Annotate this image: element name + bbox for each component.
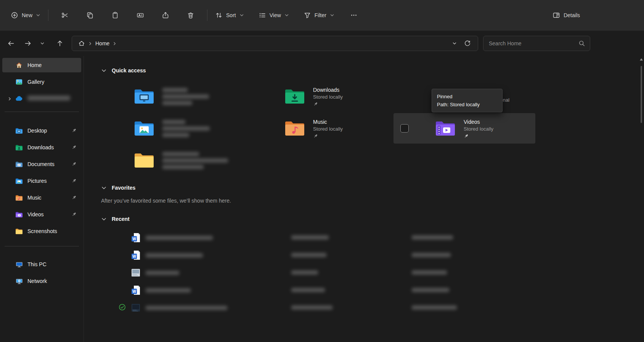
sidebar-item-pictures[interactable]: Pictures	[2, 174, 81, 188]
home-house-icon	[15, 62, 23, 69]
filter-button[interactable]: Filter	[299, 8, 339, 22]
sidebar-item-downloads[interactable]: Downloads	[2, 140, 81, 155]
sort-arrows-icon	[215, 11, 223, 19]
share-button[interactable]	[157, 7, 173, 23]
chevron-right-icon	[112, 42, 117, 46]
back-button[interactable]	[4, 37, 18, 50]
chevron-down-icon	[36, 13, 40, 18]
delete-button[interactable]	[183, 7, 199, 23]
chevron-down-icon	[330, 13, 334, 18]
navigation-bar: Home	[0, 31, 644, 56]
chevron-right-icon	[87, 42, 93, 46]
quick-access-tile[interactable]	[92, 81, 234, 112]
breadcrumb-label: Home	[95, 40, 109, 46]
sidebar-item-videos[interactable]: Videos	[2, 207, 81, 222]
quick-access-header[interactable]: Quick access	[101, 66, 644, 75]
tooltip-line1: Pinned	[437, 93, 497, 101]
blurred-item-text	[162, 119, 210, 138]
pushpin-icon	[71, 195, 77, 200]
pushpin-icon	[313, 134, 343, 139]
sidebar-item-label: Pictures	[27, 178, 47, 184]
sidebar-item-network[interactable]: Network	[2, 274, 81, 288]
quick-access-tile-music[interactable]: Music Stored locally	[243, 113, 385, 144]
quick-access-tile-downloads[interactable]: Downloads Stored locally	[243, 81, 385, 112]
plus-circle-icon	[11, 11, 18, 19]
documents-folder-icon	[15, 161, 23, 168]
search-input[interactable]	[488, 40, 578, 47]
favorites-header[interactable]: Favorites	[101, 183, 644, 192]
quick-access-tile[interactable]	[92, 145, 234, 176]
sidebar-item-this-pc[interactable]: This PC	[2, 257, 81, 272]
address-dropdown-button[interactable]	[448, 37, 461, 50]
item-checkbox[interactable]	[400, 124, 409, 133]
image-thumbnail-icon	[131, 268, 140, 278]
rename-button[interactable]	[132, 7, 148, 23]
quick-access-tile-videos[interactable]: Videos Stored locally	[393, 113, 535, 144]
new-button[interactable]: New	[6, 8, 45, 22]
recent-file-row[interactable]	[131, 264, 644, 281]
gallery-icon	[15, 78, 23, 85]
see-more-button[interactable]	[346, 7, 362, 23]
forward-button[interactable]	[21, 37, 35, 50]
scroll-up-arrow[interactable]	[640, 58, 643, 61]
up-button[interactable]	[53, 37, 67, 50]
refresh-button[interactable]	[461, 37, 474, 50]
sidebar-item-label: Network	[27, 278, 47, 284]
sidebar-item-label-blurred	[27, 96, 70, 102]
videos-folder-icon	[15, 211, 23, 218]
sidebar-item-onedrive[interactable]	[2, 91, 81, 106]
search-box[interactable]	[483, 36, 590, 51]
toolbar-separator	[207, 10, 207, 21]
refresh-icon	[464, 40, 471, 47]
folder-icon	[15, 228, 23, 235]
sidebar-item-desktop[interactable]: Desktop	[2, 123, 81, 138]
copy-icon	[86, 11, 94, 19]
quick-access-tile[interactable]	[92, 113, 234, 144]
details-button[interactable]: Details	[548, 8, 585, 22]
section-title: Favorites	[112, 185, 135, 191]
recent-file-row[interactable]: W	[131, 229, 644, 246]
sidebar-item-label: Screenshots	[27, 228, 57, 234]
sidebar-item-music[interactable]: Music	[2, 190, 81, 205]
pictures-folder-icon	[15, 177, 23, 184]
sidebar-item-label: Music	[27, 195, 42, 201]
side-panel-icon	[552, 11, 560, 19]
copy-button[interactable]	[82, 7, 98, 23]
pushpin-icon	[313, 102, 343, 107]
sort-button[interactable]: Sort	[210, 8, 249, 22]
vertical-scrollbar[interactable]	[640, 58, 643, 342]
search-icon[interactable]	[578, 40, 585, 47]
trash-icon	[187, 11, 194, 19]
sidebar-item-screenshots[interactable]: Screenshots	[2, 224, 81, 238]
recent-files-list: W W	[131, 229, 644, 316]
folder-icon	[133, 152, 155, 169]
breadcrumb-home[interactable]: Home	[76, 38, 120, 48]
view-button[interactable]: View	[254, 8, 294, 22]
funnel-icon	[304, 11, 311, 19]
scrollbar-thumb[interactable]	[641, 66, 642, 123]
recent-file-row[interactable]: W	[131, 246, 644, 264]
recent-locations-button[interactable]	[37, 37, 47, 50]
paste-button[interactable]	[107, 7, 123, 23]
scissors-icon	[61, 11, 69, 19]
music-folder-icon	[284, 120, 305, 137]
recent-file-row[interactable]: W	[131, 281, 644, 299]
chevron-down-icon[interactable]	[101, 216, 107, 222]
filter-button-label: Filter	[315, 12, 326, 18]
expand-chevron-icon[interactable]	[4, 97, 15, 101]
sidebar-item-gallery[interactable]: Gallery	[2, 75, 81, 89]
sidebar-item-home[interactable]: Home	[2, 58, 81, 72]
chevron-down-icon[interactable]	[101, 68, 107, 74]
cut-button[interactable]	[57, 7, 73, 23]
pushpin-icon	[71, 145, 77, 150]
svg-text:W: W	[132, 289, 136, 293]
sidebar-item-documents[interactable]: Documents	[2, 157, 81, 171]
chevron-down-icon[interactable]	[101, 185, 107, 191]
address-bar[interactable]: Home	[72, 36, 478, 51]
recent-file-row[interactable]	[131, 299, 644, 316]
svg-text:W: W	[132, 254, 136, 258]
blurred-item-text	[162, 151, 228, 170]
item-subtitle: Stored locally	[313, 94, 343, 101]
recent-header[interactable]: Recent	[101, 214, 644, 224]
network-globe-icon	[15, 278, 23, 284]
